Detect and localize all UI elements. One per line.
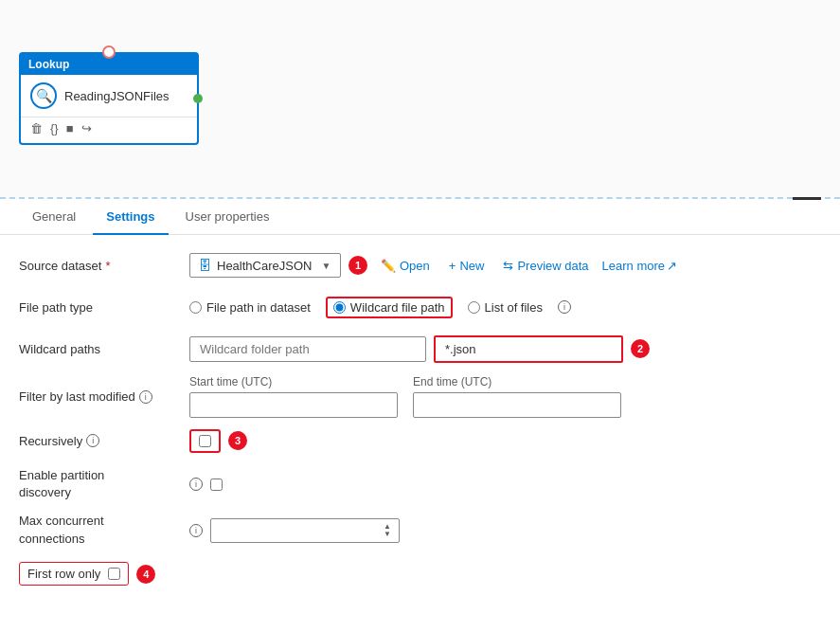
open-button[interactable]: ✏️ Open	[375, 255, 436, 277]
delete-icon[interactable]: 🗑	[30, 121, 43, 135]
preview-icon: ⇆	[503, 259, 513, 273]
preview-data-button[interactable]: ⇆ Preview data	[497, 255, 594, 277]
recursively-info-icon: i	[86, 434, 99, 447]
source-dataset-badge: 1	[349, 256, 367, 275]
partition-info-icon: i	[189, 478, 203, 491]
partition-discovery-label: Enable partitiondiscovery	[19, 467, 189, 501]
wildcard-folder-input[interactable]	[189, 336, 426, 362]
partition-discovery-checkbox[interactable]	[210, 479, 223, 491]
recursively-label: Recursively i	[19, 434, 189, 448]
filter-info-icon: i	[139, 390, 152, 404]
wildcard-badge: 2	[631, 339, 650, 358]
spinner-down-icon[interactable]: ▼	[384, 531, 391, 538]
recursively-row: Recursively i 3	[19, 425, 821, 456]
radio-wildcard-file-path-highlight: Wildcard file path	[326, 297, 453, 318]
partition-discovery-row: Enable partitiondiscovery i	[19, 467, 821, 501]
max-concurrent-input-wrapper: ▲ ▼	[210, 518, 400, 543]
lookup-icon: 🔍	[30, 82, 57, 109]
node-top-connector	[102, 45, 116, 59]
copy-icon[interactable]: ■	[66, 121, 74, 135]
bottom-panel: General Settings User properties Source …	[0, 199, 840, 616]
start-time-label: Start time (UTC)	[189, 375, 398, 388]
pipeline-canvas: Lookup 🔍 ReadingJSONFiles 🗑 {} ■ ↪	[0, 0, 840, 199]
spinner-arrows[interactable]: ▲ ▼	[384, 523, 391, 538]
end-time-label: End time (UTC)	[413, 375, 621, 388]
radio-list-of-files[interactable]: List of files	[468, 300, 543, 315]
max-concurrent-controls: i ▲ ▼	[189, 518, 821, 543]
filter-last-modified-label: Filter by last modified i	[19, 389, 189, 404]
connect-icon[interactable]: ↪	[81, 121, 92, 135]
dataset-icon: 🗄	[198, 258, 211, 273]
settings-form: Source dataset 🗄 HealthCareJSON ▼ 1 ✏️ O…	[0, 235, 840, 616]
recursively-checkbox[interactable]	[199, 435, 211, 447]
first-row-only-badge: 4	[136, 565, 155, 584]
utc-group: Start time (UTC) End time (UTC)	[189, 375, 821, 418]
lookup-node[interactable]: Lookup 🔍 ReadingJSONFiles 🗑 {} ■ ↪	[19, 52, 199, 145]
plus-icon: +	[449, 259, 456, 273]
tab-settings[interactable]: Settings	[93, 200, 168, 235]
wildcard-paths-label: Wildcard paths	[19, 342, 189, 356]
node-name: ReadingJSONFiles	[64, 89, 170, 103]
tab-general[interactable]: General	[19, 200, 89, 235]
tab-user-properties[interactable]: User properties	[172, 200, 283, 235]
canvas-divider	[793, 197, 821, 200]
dataset-name: HealthCareJSON	[217, 259, 312, 273]
wildcard-file-input[interactable]	[434, 335, 623, 363]
end-time-input[interactable]	[413, 392, 621, 418]
new-button[interactable]: + New	[443, 255, 491, 277]
max-concurrent-row: Max concurrentconnections i ▲ ▼	[19, 513, 821, 547]
learn-more-link[interactable]: Learn more ↗	[602, 259, 677, 273]
first-row-only-checkbox[interactable]	[108, 568, 120, 580]
filter-last-modified-row: Filter by last modified i Start time (UT…	[19, 375, 821, 418]
file-path-type-radio-group: File path in dataset Wildcard file path …	[189, 297, 571, 318]
tabs-bar: General Settings User properties	[0, 199, 840, 235]
external-link-icon: ↗	[667, 259, 677, 273]
radio-file-path-in-dataset[interactable]: File path in dataset	[189, 300, 311, 315]
file-path-type-controls: File path in dataset Wildcard file path …	[189, 297, 821, 318]
partition-discovery-controls: i	[189, 478, 821, 491]
source-dataset-controls: 🗄 HealthCareJSON ▼ 1 ✏️ Open + New ⇆ Pre…	[189, 253, 821, 278]
recursively-badge: 3	[228, 431, 247, 450]
radio-wildcard-file-path[interactable]: Wildcard file path	[333, 300, 445, 315]
dropdown-caret-icon: ▼	[321, 261, 331, 271]
file-path-type-label: File path type	[19, 300, 189, 315]
open-icon: ✏️	[381, 259, 396, 273]
first-row-only-label: First row only	[27, 567, 100, 581]
source-dataset-select[interactable]: 🗄 HealthCareJSON ▼	[189, 253, 341, 278]
start-time-block: Start time (UTC)	[189, 375, 398, 418]
node-actions: 🗑 {} ■ ↪	[21, 117, 197, 143]
max-concurrent-label: Max concurrentconnections	[19, 513, 189, 547]
recursively-highlight	[189, 429, 221, 453]
code-icon[interactable]: {}	[50, 121, 59, 135]
node-body: 🔍 ReadingJSONFiles	[21, 75, 197, 117]
file-path-type-row: File path type File path in dataset Wild…	[19, 292, 821, 322]
wildcard-paths-controls: 2	[189, 335, 821, 363]
max-concurrent-number-input[interactable]	[219, 523, 370, 537]
recursively-controls: 3	[189, 429, 821, 453]
start-time-input[interactable]	[189, 392, 398, 418]
source-dataset-row: Source dataset 🗄 HealthCareJSON ▼ 1 ✏️ O…	[19, 250, 821, 280]
wildcard-paths-row: Wildcard paths 2	[19, 334, 821, 364]
file-path-info-icon: i	[558, 300, 571, 314]
first-row-only-highlight: First row only	[19, 562, 129, 586]
end-time-block: End time (UTC)	[413, 375, 621, 418]
first-row-only-row: First row only 4	[19, 559, 821, 589]
max-concurrent-info-icon: i	[189, 524, 203, 537]
source-dataset-label: Source dataset	[19, 259, 189, 273]
node-right-connector	[193, 94, 203, 103]
